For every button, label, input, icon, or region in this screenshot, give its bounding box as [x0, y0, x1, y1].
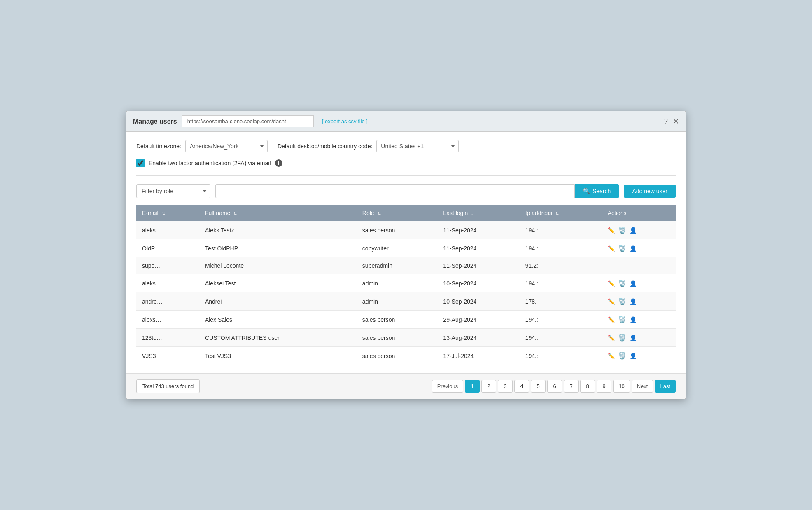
delete-icon[interactable]: 🗑️ [618, 316, 626, 323]
user-icon[interactable]: 👤 [630, 227, 637, 234]
cell-role: admin [357, 292, 438, 311]
col-email[interactable]: E-mail ⇅ [136, 205, 199, 221]
table-row: andre…Andreiadmin10-Sep-2024178. ✏️ 🗑️ 👤 [136, 292, 676, 311]
table-row: alexs…Alex Salessales person29-Aug-20241… [136, 311, 676, 329]
page-3-button[interactable]: 3 [498, 380, 513, 393]
modal-body: Default timezone: America/New_York Defau… [126, 132, 686, 373]
search-box-group: 🔍 Search [215, 184, 619, 198]
users-table: E-mail ⇅ Full name ⇅ Role ⇅ Last login ↓… [136, 205, 676, 365]
cell-fullname: Aleksei Test [199, 274, 357, 292]
cell-last-login: 17-Jul-2024 [437, 347, 519, 365]
table-row: 123te…CUSTOM ATTRIBUTES usersales person… [136, 329, 676, 347]
search-button[interactable]: 🔍 Search [575, 184, 619, 198]
cell-ip-address: 194.: [520, 221, 602, 239]
cell-ip-address: 91.2: [520, 257, 602, 274]
export-csv-link[interactable]: [ export as csv file ] [322, 118, 368, 124]
cell-ip-address: 194.: [520, 329, 602, 347]
delete-icon[interactable]: 🗑️ [618, 226, 626, 234]
cell-actions: ✏️ 🗑️ 👤 [602, 292, 676, 311]
next-button[interactable]: Next [632, 380, 653, 393]
cell-last-login: 11-Sep-2024 [437, 221, 519, 239]
user-icon[interactable]: 👤 [630, 298, 637, 305]
cell-actions [602, 257, 676, 274]
tfa-checkbox[interactable] [136, 159, 145, 167]
page-9-button[interactable]: 9 [597, 380, 611, 393]
timezone-select[interactable]: America/New_York [185, 140, 268, 152]
previous-button[interactable]: Previous [432, 380, 464, 393]
cell-last-login: 11-Sep-2024 [437, 239, 519, 257]
col-ip-address[interactable]: Ip address ⇅ [520, 205, 602, 221]
edit-icon[interactable]: ✏️ [608, 335, 615, 341]
cell-email: aleks [136, 221, 199, 239]
edit-icon[interactable]: ✏️ [608, 316, 615, 323]
delete-icon[interactable]: 🗑️ [618, 279, 626, 287]
search-input[interactable] [215, 184, 575, 198]
timezone-label: Default timezone: [136, 143, 181, 150]
cell-email: andre… [136, 292, 199, 311]
user-icon[interactable]: 👤 [630, 335, 637, 341]
cell-email: supe… [136, 257, 199, 274]
cell-role: sales person [357, 347, 438, 365]
page-6-button[interactable]: 6 [547, 380, 562, 393]
modal-header-actions: ? ✕ [664, 118, 679, 125]
page-8-button[interactable]: 8 [580, 380, 595, 393]
cell-actions: ✏️ 🗑️ 👤 [602, 239, 676, 257]
col-role[interactable]: Role ⇅ [357, 205, 438, 221]
cell-email: 123te… [136, 329, 199, 347]
table-row: supe…Michel Lecontesuperadmin11-Sep-2024… [136, 257, 676, 274]
tfa-label: Enable two factor authentication (2FA) v… [149, 160, 271, 166]
cell-role: superadmin [357, 257, 438, 274]
delete-icon[interactable]: 🗑️ [618, 297, 626, 305]
page-5-button[interactable]: 5 [531, 380, 546, 393]
cell-last-login: 29-Aug-2024 [437, 311, 519, 329]
cell-ip-address: 194.: [520, 347, 602, 365]
user-icon[interactable]: 👤 [630, 353, 637, 359]
edit-icon[interactable]: ✏️ [608, 280, 615, 287]
delete-icon[interactable]: 🗑️ [618, 352, 626, 360]
col-last-login[interactable]: Last login ↓ [437, 205, 519, 221]
country-group: Default desktop/mobile country code: Uni… [278, 140, 459, 152]
edit-icon[interactable]: ✏️ [608, 227, 615, 234]
page-2-button[interactable]: 2 [481, 380, 496, 393]
cell-email: OldP [136, 239, 199, 257]
page-7-button[interactable]: 7 [564, 380, 579, 393]
modal-title: Manage users [133, 118, 177, 125]
role-filter-select[interactable]: Filter by role Admin Superadmin Sales Pe… [136, 184, 210, 198]
cell-fullname: Alex Sales [199, 311, 357, 329]
delete-icon[interactable]: 🗑️ [618, 244, 626, 252]
cell-role: copywriter [357, 239, 438, 257]
cell-ip-address: 194.: [520, 274, 602, 292]
country-label: Default desktop/mobile country code: [278, 143, 372, 150]
settings-row: Default timezone: America/New_York Defau… [136, 140, 676, 152]
cell-email: aleks [136, 274, 199, 292]
cell-last-login: 10-Sep-2024 [437, 292, 519, 311]
page-1-button[interactable]: 1 [465, 380, 480, 393]
close-icon[interactable]: ✕ [673, 118, 679, 125]
country-select[interactable]: United States +1 [376, 140, 459, 152]
col-fullname[interactable]: Full name ⇅ [199, 205, 357, 221]
edit-icon[interactable]: ✏️ [608, 298, 615, 305]
manage-users-modal: Manage users https://seosamba-clone.seol… [126, 111, 686, 399]
cell-actions: ✏️ 🗑️ 👤 [602, 311, 676, 329]
user-icon[interactable]: 👤 [630, 245, 637, 252]
edit-icon[interactable]: ✏️ [608, 245, 615, 252]
page-4-button[interactable]: 4 [514, 380, 529, 393]
last-button[interactable]: Last [655, 380, 676, 393]
cell-actions: ✏️ 🗑️ 👤 [602, 221, 676, 239]
col-actions: Actions [602, 205, 676, 221]
user-icon[interactable]: 👤 [630, 316, 637, 323]
table-row: aleksAleksei Testadmin10-Sep-2024194.: ✏… [136, 274, 676, 292]
cell-fullname: Test VJS3 [199, 347, 357, 365]
cell-role: sales person [357, 221, 438, 239]
cell-ip-address: 194.: [520, 239, 602, 257]
cell-role: sales person [357, 329, 438, 347]
edit-icon[interactable]: ✏️ [608, 353, 615, 359]
cell-actions: ✏️ 🗑️ 👤 [602, 347, 676, 365]
delete-icon[interactable]: 🗑️ [618, 334, 626, 342]
user-icon[interactable]: 👤 [630, 280, 637, 287]
cell-actions: ✏️ 🗑️ 👤 [602, 329, 676, 347]
help-icon[interactable]: ? [664, 118, 668, 125]
add-new-user-button[interactable]: Add new user [624, 185, 676, 198]
page-10-button[interactable]: 10 [613, 380, 630, 393]
info-icon[interactable]: i [275, 159, 282, 167]
